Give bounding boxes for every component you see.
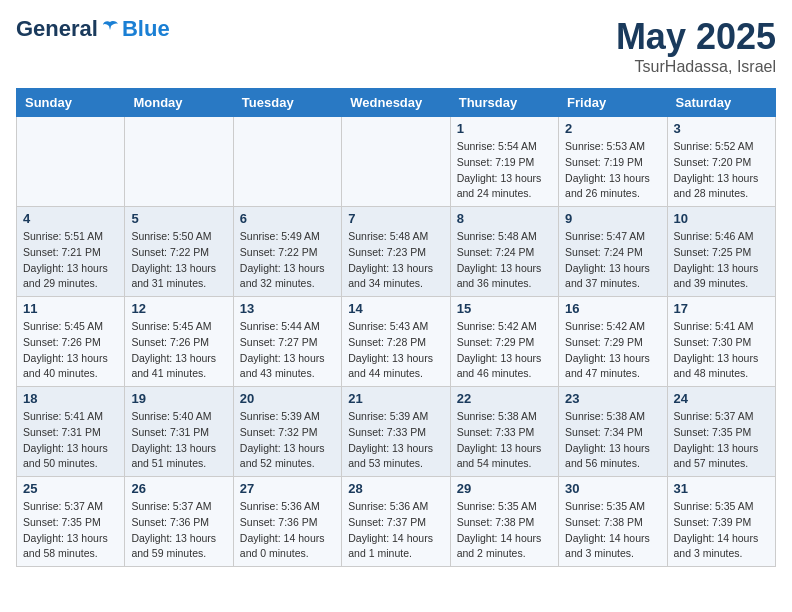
calendar-week-row: 4Sunrise: 5:51 AM Sunset: 7:21 PM Daylig… xyxy=(17,207,776,297)
calendar-week-row: 11Sunrise: 5:45 AM Sunset: 7:26 PM Dayli… xyxy=(17,297,776,387)
calendar-table: Sunday Monday Tuesday Wednesday Thursday… xyxy=(16,88,776,567)
day-info: Sunrise: 5:37 AM Sunset: 7:35 PM Dayligh… xyxy=(674,409,769,472)
calendar-week-row: 18Sunrise: 5:41 AM Sunset: 7:31 PM Dayli… xyxy=(17,387,776,477)
table-cell xyxy=(17,117,125,207)
day-number: 7 xyxy=(348,211,443,226)
col-thursday: Thursday xyxy=(450,89,558,117)
calendar-week-row: 1Sunrise: 5:54 AM Sunset: 7:19 PM Daylig… xyxy=(17,117,776,207)
logo-bird-icon xyxy=(99,18,121,40)
logo-blue: Blue xyxy=(122,16,170,42)
day-info: Sunrise: 5:38 AM Sunset: 7:34 PM Dayligh… xyxy=(565,409,660,472)
day-info: Sunrise: 5:41 AM Sunset: 7:30 PM Dayligh… xyxy=(674,319,769,382)
day-info: Sunrise: 5:38 AM Sunset: 7:33 PM Dayligh… xyxy=(457,409,552,472)
day-info: Sunrise: 5:50 AM Sunset: 7:22 PM Dayligh… xyxy=(131,229,226,292)
day-number: 15 xyxy=(457,301,552,316)
day-number: 27 xyxy=(240,481,335,496)
table-cell: 13Sunrise: 5:44 AM Sunset: 7:27 PM Dayli… xyxy=(233,297,341,387)
table-cell xyxy=(233,117,341,207)
table-cell: 30Sunrise: 5:35 AM Sunset: 7:38 PM Dayli… xyxy=(559,477,667,567)
table-cell: 18Sunrise: 5:41 AM Sunset: 7:31 PM Dayli… xyxy=(17,387,125,477)
table-cell: 8Sunrise: 5:48 AM Sunset: 7:24 PM Daylig… xyxy=(450,207,558,297)
table-cell: 22Sunrise: 5:38 AM Sunset: 7:33 PM Dayli… xyxy=(450,387,558,477)
table-cell: 7Sunrise: 5:48 AM Sunset: 7:23 PM Daylig… xyxy=(342,207,450,297)
logo-general: General xyxy=(16,16,98,42)
day-number: 5 xyxy=(131,211,226,226)
day-info: Sunrise: 5:44 AM Sunset: 7:27 PM Dayligh… xyxy=(240,319,335,382)
day-info: Sunrise: 5:51 AM Sunset: 7:21 PM Dayligh… xyxy=(23,229,118,292)
day-number: 10 xyxy=(674,211,769,226)
table-cell: 14Sunrise: 5:43 AM Sunset: 7:28 PM Dayli… xyxy=(342,297,450,387)
table-cell: 21Sunrise: 5:39 AM Sunset: 7:33 PM Dayli… xyxy=(342,387,450,477)
page-header: General Blue May 2025 TsurHadassa, Israe… xyxy=(16,16,776,76)
table-cell: 2Sunrise: 5:53 AM Sunset: 7:19 PM Daylig… xyxy=(559,117,667,207)
table-cell: 16Sunrise: 5:42 AM Sunset: 7:29 PM Dayli… xyxy=(559,297,667,387)
table-cell: 6Sunrise: 5:49 AM Sunset: 7:22 PM Daylig… xyxy=(233,207,341,297)
day-number: 24 xyxy=(674,391,769,406)
table-cell: 24Sunrise: 5:37 AM Sunset: 7:35 PM Dayli… xyxy=(667,387,775,477)
table-cell: 17Sunrise: 5:41 AM Sunset: 7:30 PM Dayli… xyxy=(667,297,775,387)
day-number: 23 xyxy=(565,391,660,406)
day-number: 17 xyxy=(674,301,769,316)
day-info: Sunrise: 5:37 AM Sunset: 7:35 PM Dayligh… xyxy=(23,499,118,562)
table-cell: 25Sunrise: 5:37 AM Sunset: 7:35 PM Dayli… xyxy=(17,477,125,567)
day-info: Sunrise: 5:36 AM Sunset: 7:36 PM Dayligh… xyxy=(240,499,335,562)
day-number: 30 xyxy=(565,481,660,496)
day-info: Sunrise: 5:41 AM Sunset: 7:31 PM Dayligh… xyxy=(23,409,118,472)
day-info: Sunrise: 5:35 AM Sunset: 7:39 PM Dayligh… xyxy=(674,499,769,562)
day-info: Sunrise: 5:48 AM Sunset: 7:23 PM Dayligh… xyxy=(348,229,443,292)
day-info: Sunrise: 5:46 AM Sunset: 7:25 PM Dayligh… xyxy=(674,229,769,292)
table-cell: 11Sunrise: 5:45 AM Sunset: 7:26 PM Dayli… xyxy=(17,297,125,387)
day-info: Sunrise: 5:39 AM Sunset: 7:33 PM Dayligh… xyxy=(348,409,443,472)
day-number: 13 xyxy=(240,301,335,316)
day-number: 20 xyxy=(240,391,335,406)
table-cell: 26Sunrise: 5:37 AM Sunset: 7:36 PM Dayli… xyxy=(125,477,233,567)
table-cell: 28Sunrise: 5:36 AM Sunset: 7:37 PM Dayli… xyxy=(342,477,450,567)
day-info: Sunrise: 5:54 AM Sunset: 7:19 PM Dayligh… xyxy=(457,139,552,202)
col-sunday: Sunday xyxy=(17,89,125,117)
location-title: TsurHadassa, Israel xyxy=(616,58,776,76)
calendar-week-row: 25Sunrise: 5:37 AM Sunset: 7:35 PM Dayli… xyxy=(17,477,776,567)
day-info: Sunrise: 5:45 AM Sunset: 7:26 PM Dayligh… xyxy=(23,319,118,382)
month-year-title: May 2025 xyxy=(616,16,776,58)
table-cell: 29Sunrise: 5:35 AM Sunset: 7:38 PM Dayli… xyxy=(450,477,558,567)
table-cell: 31Sunrise: 5:35 AM Sunset: 7:39 PM Dayli… xyxy=(667,477,775,567)
day-info: Sunrise: 5:52 AM Sunset: 7:20 PM Dayligh… xyxy=(674,139,769,202)
day-info: Sunrise: 5:49 AM Sunset: 7:22 PM Dayligh… xyxy=(240,229,335,292)
day-info: Sunrise: 5:48 AM Sunset: 7:24 PM Dayligh… xyxy=(457,229,552,292)
day-info: Sunrise: 5:53 AM Sunset: 7:19 PM Dayligh… xyxy=(565,139,660,202)
col-wednesday: Wednesday xyxy=(342,89,450,117)
day-number: 25 xyxy=(23,481,118,496)
title-block: May 2025 TsurHadassa, Israel xyxy=(616,16,776,76)
day-number: 3 xyxy=(674,121,769,136)
day-number: 31 xyxy=(674,481,769,496)
day-info: Sunrise: 5:39 AM Sunset: 7:32 PM Dayligh… xyxy=(240,409,335,472)
day-info: Sunrise: 5:42 AM Sunset: 7:29 PM Dayligh… xyxy=(457,319,552,382)
table-cell: 4Sunrise: 5:51 AM Sunset: 7:21 PM Daylig… xyxy=(17,207,125,297)
day-number: 2 xyxy=(565,121,660,136)
day-number: 6 xyxy=(240,211,335,226)
table-cell: 10Sunrise: 5:46 AM Sunset: 7:25 PM Dayli… xyxy=(667,207,775,297)
day-number: 26 xyxy=(131,481,226,496)
day-info: Sunrise: 5:45 AM Sunset: 7:26 PM Dayligh… xyxy=(131,319,226,382)
day-number: 19 xyxy=(131,391,226,406)
table-cell: 15Sunrise: 5:42 AM Sunset: 7:29 PM Dayli… xyxy=(450,297,558,387)
day-number: 14 xyxy=(348,301,443,316)
table-cell xyxy=(342,117,450,207)
calendar-header-row: Sunday Monday Tuesday Wednesday Thursday… xyxy=(17,89,776,117)
day-info: Sunrise: 5:43 AM Sunset: 7:28 PM Dayligh… xyxy=(348,319,443,382)
day-number: 1 xyxy=(457,121,552,136)
table-cell: 19Sunrise: 5:40 AM Sunset: 7:31 PM Dayli… xyxy=(125,387,233,477)
table-cell: 27Sunrise: 5:36 AM Sunset: 7:36 PM Dayli… xyxy=(233,477,341,567)
logo-text: General Blue xyxy=(16,16,170,42)
day-info: Sunrise: 5:47 AM Sunset: 7:24 PM Dayligh… xyxy=(565,229,660,292)
table-cell: 1Sunrise: 5:54 AM Sunset: 7:19 PM Daylig… xyxy=(450,117,558,207)
day-info: Sunrise: 5:35 AM Sunset: 7:38 PM Dayligh… xyxy=(457,499,552,562)
day-info: Sunrise: 5:35 AM Sunset: 7:38 PM Dayligh… xyxy=(565,499,660,562)
col-friday: Friday xyxy=(559,89,667,117)
day-number: 21 xyxy=(348,391,443,406)
day-number: 12 xyxy=(131,301,226,316)
col-tuesday: Tuesday xyxy=(233,89,341,117)
day-info: Sunrise: 5:36 AM Sunset: 7:37 PM Dayligh… xyxy=(348,499,443,562)
col-monday: Monday xyxy=(125,89,233,117)
day-number: 18 xyxy=(23,391,118,406)
